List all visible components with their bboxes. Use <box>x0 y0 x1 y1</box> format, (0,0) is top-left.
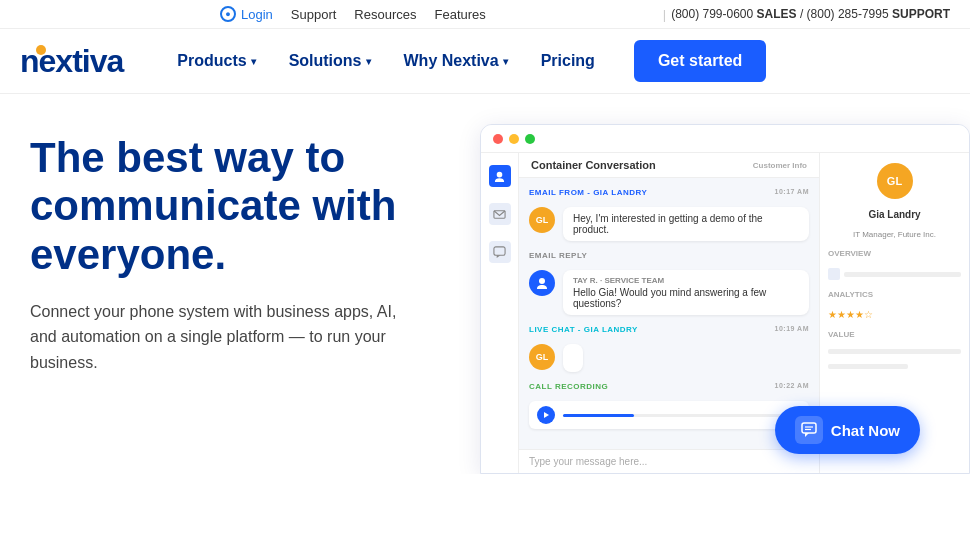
customer-title: IT Manager, Future Inc. <box>828 230 961 239</box>
why-nextiva-chevron: ▾ <box>503 56 508 67</box>
email-text: Hey, I'm interested in getting a demo of… <box>573 213 799 235</box>
divider: | <box>663 7 666 22</box>
analytics-section: ANALYTICS <box>828 290 961 299</box>
call-label: CALL RECORDING <box>529 382 608 391</box>
reply-bubble: TAY R. · SERVICE TEAM Hello Gia! Would y… <box>563 270 809 315</box>
top-bar-left: ● Login Support Resources Features <box>220 6 486 22</box>
phone-support: (800) 285-7995 <box>807 7 889 21</box>
mockup-header: Container Conversation Customer Info <box>519 153 819 178</box>
phone-sales: (800) 799-0600 <box>671 7 753 21</box>
chat-divider: LIVE CHAT - GIA LANDRY 10:19 AM <box>529 323 809 336</box>
hero-subtitle: Connect your phone system with business … <box>30 299 410 376</box>
conversation-header: Container Conversation <box>531 159 656 171</box>
overview-section: OVERVIEW <box>828 249 961 258</box>
support-label: SUPPORT <box>892 7 950 21</box>
chat-now-button[interactable]: Chat Now <box>775 406 920 454</box>
svg-rect-5 <box>802 423 816 433</box>
email-bubble: Hey, I'm interested in getting a demo of… <box>563 207 809 241</box>
solutions-nav-item[interactable]: Solutions ▾ <box>275 44 385 78</box>
resources-link[interactable]: Resources <box>354 7 416 22</box>
customer-name: Gia Landry <box>828 209 961 220</box>
gia-chat-avatar: GL <box>529 344 555 370</box>
support-link[interactable]: Support <box>291 7 337 22</box>
reply-label: EMAIL REPLY <box>529 251 587 260</box>
chat-now-label: Chat Now <box>831 422 900 439</box>
gia-avatar: GL <box>529 207 555 233</box>
solutions-label: Solutions <box>289 52 362 70</box>
mockup-sidebar <box>481 153 519 473</box>
reply-divider: EMAIL REPLY <box>529 249 809 262</box>
mockup-main: Container Conversation Customer Info EMA… <box>519 153 819 473</box>
phone-panel-icon <box>828 268 840 280</box>
email-message-row: GL Hey, I'm interested in getting a demo… <box>529 207 809 241</box>
reply-sender: TAY R. · SERVICE TEAM <box>573 276 799 285</box>
input-bar: Type your message here... <box>519 449 819 473</box>
value-section: VALUE <box>828 330 961 339</box>
value-placeholder-2 <box>828 364 908 369</box>
slash: / <box>800 7 807 21</box>
stars-rating: ★★★★☆ <box>828 309 961 320</box>
play-button[interactable] <box>537 406 555 424</box>
chat-message-row: GL <box>529 344 809 372</box>
phone-row <box>828 268 961 280</box>
customer-avatar: GL <box>877 163 913 199</box>
call-divider: CALL RECORDING 10:22 AM <box>529 380 809 393</box>
products-nav-item[interactable]: Products ▾ <box>163 44 269 78</box>
features-link[interactable]: Features <box>435 7 486 22</box>
get-started-button[interactable]: Get started <box>634 40 766 82</box>
sales-label: SALES <box>757 7 797 21</box>
customer-info-header: Customer Info <box>753 161 807 170</box>
mockup-titlebar <box>481 125 969 153</box>
reply-message-row: TAY R. · SERVICE TEAM Hello Gia! Would y… <box>529 270 809 315</box>
service-avatar <box>529 270 555 296</box>
call-time: 10:22 AM <box>775 382 809 389</box>
solutions-chevron: ▾ <box>366 56 371 67</box>
pricing-nav-item[interactable]: Pricing <box>527 44 609 78</box>
phone-placeholder <box>844 272 961 277</box>
nav-links: Products ▾ Solutions ▾ Why Nextiva ▾ Pri… <box>163 40 950 82</box>
login-link[interactable]: ● Login <box>220 6 273 22</box>
hero-title: The best way to communicate with everyon… <box>30 134 460 279</box>
email-divider: EMAIL FROM - GIA LANDRY 10:17 AM <box>529 186 809 199</box>
call-recording-row <box>529 401 809 429</box>
svg-rect-2 <box>494 246 505 254</box>
hero-section: The best way to communicate with everyon… <box>0 94 970 474</box>
products-chevron: ▾ <box>251 56 256 67</box>
recording-progress <box>563 414 634 417</box>
logo[interactable]: nextiva <box>20 43 123 80</box>
hero-right: Container Conversation Customer Info EMA… <box>480 124 940 474</box>
sidebar-phone-icon <box>489 165 511 187</box>
top-bar: ● Login Support Resources Features | (80… <box>0 0 970 29</box>
svg-point-0 <box>497 171 503 177</box>
main-nav: nextiva Products ▾ Solutions ▾ Why Nexti… <box>0 29 970 94</box>
sidebar-chat-icon <box>489 241 511 263</box>
user-icon: ● <box>220 6 236 22</box>
login-label: Login <box>241 7 273 22</box>
maximize-dot <box>525 134 535 144</box>
hero-left: The best way to communicate with everyon… <box>30 124 460 474</box>
chat-now-icon <box>795 416 823 444</box>
email-time: 10:17 AM <box>775 188 809 195</box>
chat-label: LIVE CHAT - GIA LANDRY <box>529 325 638 334</box>
svg-marker-4 <box>544 412 549 418</box>
chat-bubble <box>563 344 583 372</box>
email-label: EMAIL FROM - GIA LANDRY <box>529 188 647 197</box>
why-nextiva-nav-item[interactable]: Why Nextiva ▾ <box>390 44 522 78</box>
svg-point-3 <box>539 278 545 284</box>
phone-info: (800) 799-0600 SALES / (800) 285-7995 SU… <box>671 7 950 21</box>
pricing-label: Pricing <box>541 52 595 70</box>
reply-text: Hello Gia! Would you mind answering a fe… <box>573 287 799 309</box>
why-nextiva-label: Why Nextiva <box>404 52 499 70</box>
sidebar-mail-icon <box>489 203 511 225</box>
chat-time: 10:19 AM <box>775 325 809 332</box>
minimize-dot <box>509 134 519 144</box>
recording-bar <box>563 414 801 417</box>
logo-dot <box>36 45 46 55</box>
products-label: Products <box>177 52 246 70</box>
input-placeholder: Type your message here... <box>529 456 647 467</box>
close-dot <box>493 134 503 144</box>
value-placeholder <box>828 349 961 354</box>
mockup-content: EMAIL FROM - GIA LANDRY 10:17 AM GL Hey,… <box>519 178 819 449</box>
